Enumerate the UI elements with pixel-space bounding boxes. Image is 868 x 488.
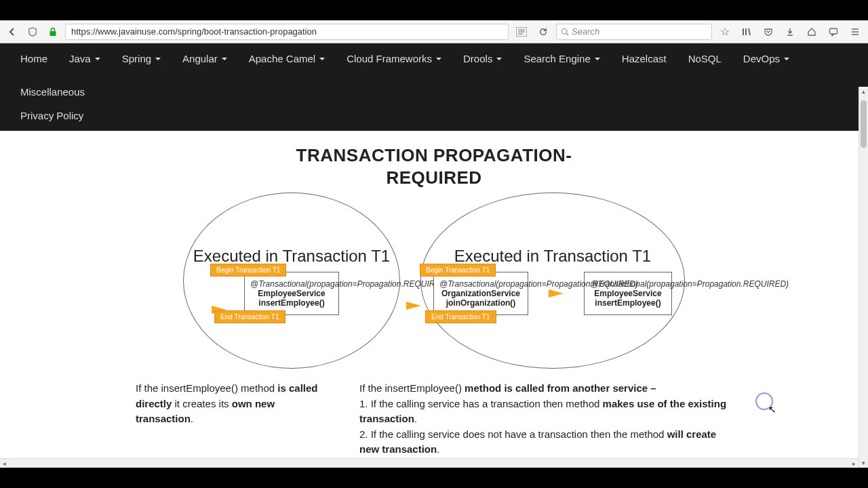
browser-toolbar: https://www.javainuse.com/spring/boot-tr… [0,20,868,43]
scroll-left-arrow[interactable]: ◂ [3,460,6,467]
lock-icon [45,24,61,40]
home-icon[interactable] [803,24,821,40]
svg-rect-11 [830,28,837,34]
diagram-row: Executed in Transaction T1 Begin Transac… [136,192,732,369]
arrow-icon [549,289,564,298]
search-box[interactable]: Search [556,24,712,40]
scroll-right-arrow[interactable]: ▸ [852,460,856,467]
nav-hazelcast[interactable]: Hazelcast [612,43,676,74]
svg-point-5 [562,28,568,34]
nav-miscellaneous[interactable]: Miscellaneous [11,77,94,107]
downloads-icon[interactable] [781,24,799,40]
employee-service-box: @Transactional(propagation=Propagation.R… [244,272,339,315]
scroll-up-arrow[interactable]: ▴ [859,87,868,96]
end-tx-tag: End Transaction T1 [425,310,496,323]
chevron-down-icon [155,58,161,60]
nav-home[interactable]: Home [11,43,57,74]
chevron-down-icon [319,58,325,60]
arrow-icon [406,302,421,310]
chevron-down-icon [95,58,100,60]
chevron-down-icon [784,58,789,60]
nav-cloud-frameworks[interactable]: Cloud Frameworks [337,43,451,74]
organization-service-box: @Transactional(propagation=Propagation.R… [433,272,528,315]
url-text: https://www.javainuse.com/spring/boot-tr… [71,26,317,37]
shield-icon[interactable] [24,24,41,40]
nav-devops[interactable]: DevOps [734,43,799,74]
begin-tx-tag: Begin Transaction T1 [210,264,286,277]
end-tx-tag: End Transaction T1 [214,310,285,323]
search-placeholder: Search [572,26,599,37]
chevron-down-icon [436,58,441,60]
nav-nosql[interactable]: NoSQL [679,43,731,74]
svg-rect-0 [50,31,56,36]
url-bar[interactable]: https://www.javainuse.com/spring/boot-tr… [65,24,509,40]
chevron-down-icon [595,58,600,60]
svg-line-9 [749,28,750,35]
begin-tx-tag: Begin Transaction T1 [420,264,496,277]
nav-spring[interactable]: Spring [113,43,170,74]
menu-icon[interactable] [846,24,864,40]
chevron-down-icon [222,58,227,60]
site-nav: Home Java Spring Angular Apache Camel Cl… [0,43,868,131]
cursor-icon: ↖ [768,404,776,415]
svg-line-6 [566,33,568,35]
article-content: TRANSACTION PROPAGATION- REQUIRED Execut… [0,131,868,488]
chat-icon[interactable] [825,24,842,40]
nav-privacy-policy[interactable]: Privacy Policy [11,110,857,131]
diagram-ellipse-right: Executed in Transaction T1 Begin Transac… [420,192,685,369]
scroll-thumb[interactable] [861,100,867,148]
chevron-down-icon [496,58,502,60]
back-button[interactable] [4,24,20,40]
nav-java[interactable]: Java [60,43,110,74]
employee-service-box-2: @Transactional(propagation=Propagation.R… [584,272,672,315]
vertical-scrollbar[interactable]: ▴ ▾ [859,87,868,468]
nav-drools[interactable]: Drools [454,43,511,74]
nav-angular[interactable]: Angular [173,43,237,74]
diagram-ellipse-left: Executed in Transaction T1 Begin Transac… [183,192,400,369]
bookmark-star-icon[interactable]: ☆ [716,24,734,40]
search-icon [561,28,569,36]
reader-mode-icon[interactable] [513,24,530,40]
nav-apache-camel[interactable]: Apache Camel [239,43,334,74]
pocket-icon[interactable] [760,24,777,40]
reload-button[interactable] [534,24,552,40]
nav-search-engine[interactable]: Search Engine [514,43,609,74]
library-icon[interactable] [738,24,755,40]
scroll-down-arrow[interactable]: ▾ [859,458,868,468]
horizontal-scrollbar[interactable]: ◂ ▸ [0,458,859,468]
diagram-title: TRANSACTION PROPAGATION- REQUIRED [136,144,732,188]
